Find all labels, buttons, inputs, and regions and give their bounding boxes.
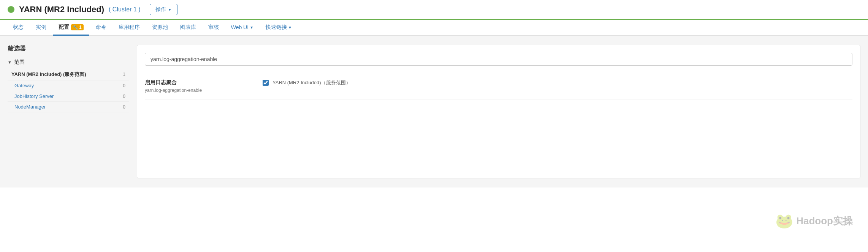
filter-item-gateway-count: 0 (123, 83, 125, 88)
config-label-col: 启用日志聚合 yarn.log-aggregation-enable (145, 79, 251, 93)
config-content-panel: 启用日志聚合 yarn.log-aggregation-enable YARN … (137, 45, 860, 178)
config-search-input[interactable] (145, 53, 852, 66)
filter-item-jobhistory-count: 0 (123, 94, 125, 99)
filter-item-nodemanager[interactable]: NodeManager 0 (8, 102, 129, 112)
filter-item-nodemanager-count: 0 (123, 104, 125, 110)
scope-section-label: 范围 (14, 59, 25, 66)
config-display-label: 启用日志聚合 (145, 79, 251, 86)
config-scope-text: YARN (MR2 Included)（服务范围） (272, 79, 351, 86)
quicklinks-dropdown-arrow: ▼ (288, 25, 292, 30)
main-content: 筛选器 ▼ 范围 YARN (MR2 Included) (服务范围) 1 Ga… (0, 36, 868, 187)
action-dropdown-arrow: ▼ (168, 8, 172, 12)
config-item-row: 启用日志聚合 yarn.log-aggregation-enable YARN … (145, 73, 852, 99)
scope-filter-list: YARN (MR2 Included) (服务范围) 1 Gateway 0 J… (8, 69, 129, 112)
filter-item-gateway-name: Gateway (14, 83, 34, 88)
scope-chevron-icon: ▼ (8, 60, 12, 65)
tab-command[interactable]: 命令 (90, 20, 112, 36)
tab-webui[interactable]: Web UI ▼ (226, 20, 259, 35)
tab-charts[interactable]: 图表库 (175, 20, 201, 36)
cluster-label: ( Cluster 1 ) (109, 6, 141, 13)
filter-item-jobhistory[interactable]: JobHistory Server 0 (8, 91, 129, 102)
scope-filter-section: ▼ 范围 YARN (MR2 Included) (服务范围) 1 Gatewa… (8, 59, 129, 112)
filter-item-gateway[interactable]: Gateway 0 (8, 80, 129, 91)
filter-item-yarn-count: 1 (123, 72, 125, 77)
nav-tabs-bar: 状态 实例 配置 🔧 1 命令 应用程序 资源池 图表库 审核 Web UI ▼… (0, 20, 868, 36)
page-header: YARN (MR2 Included) ( Cluster 1 ) 操作 ▼ (0, 0, 868, 20)
tab-config[interactable]: 配置 🔧 1 (53, 20, 89, 36)
config-property-key: yarn.log-aggregation-enable (145, 88, 251, 93)
tab-status[interactable]: 状态 (8, 20, 29, 36)
tab-audit[interactable]: 审核 (203, 20, 224, 36)
tab-quicklinks[interactable]: 快速链接 ▼ (260, 20, 297, 36)
filter-item-yarn-name: YARN (MR2 Included) (服务范围) (11, 71, 86, 78)
status-dot (8, 6, 14, 13)
service-title: YARN (MR2 Included) (19, 5, 104, 14)
scope-section-header[interactable]: ▼ 范围 (8, 59, 129, 66)
config-checkbox-log-aggregation[interactable] (263, 80, 269, 86)
filter-item-jobhistory-name: JobHistory Server (14, 93, 54, 99)
wrench-icon: 🔧 (73, 25, 78, 30)
tab-resource-pool[interactable]: 资源池 (147, 20, 173, 36)
filter-item-yarn[interactable]: YARN (MR2 Included) (服务范围) 1 (8, 69, 129, 80)
config-badge: 🔧 1 (71, 24, 84, 30)
filter-title: 筛选器 (8, 45, 129, 53)
action-button[interactable]: 操作 ▼ (150, 4, 177, 15)
filter-item-nodemanager-name: NodeManager (14, 104, 46, 110)
filter-sidebar: 筛选器 ▼ 范围 YARN (MR2 Included) (服务范围) 1 Ga… (8, 45, 129, 178)
tab-instances[interactable]: 实例 (30, 20, 52, 36)
config-value-col: YARN (MR2 Included)（服务范围） (263, 79, 852, 86)
webui-dropdown-arrow: ▼ (250, 25, 253, 30)
tab-apps[interactable]: 应用程序 (113, 20, 145, 36)
